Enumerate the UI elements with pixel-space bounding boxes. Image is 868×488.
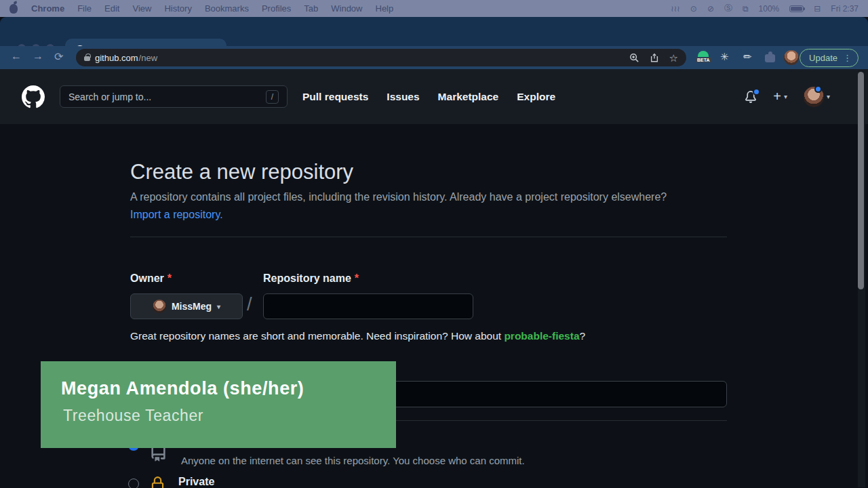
nav-explore[interactable]: Explore — [517, 91, 555, 103]
macos-menubar: Chrome File Edit View History Bookmarks … — [0, 0, 868, 17]
helper-suffix: ? — [580, 330, 586, 342]
intro-text: A repository contains all project files,… — [130, 191, 667, 203]
notification-dot — [753, 88, 760, 96]
import-repository-link[interactable]: Import a repository. — [130, 209, 223, 220]
repository-name-input[interactable] — [263, 293, 473, 319]
forward-button[interactable]: → — [33, 50, 43, 62]
search-shortcut-badge: / — [266, 90, 279, 104]
owner-label-text: Owner — [130, 272, 164, 284]
repo-name-helper: Great repository names are short and mem… — [130, 330, 585, 342]
menu-help[interactable]: Help — [376, 3, 394, 14]
required-marker: * — [355, 272, 359, 284]
screen-record-icon[interactable]: ≀≀≀ — [671, 4, 680, 14]
battery-percent: 100% — [759, 4, 780, 14]
suggested-repo-name[interactable]: probable-fiesta — [504, 330, 579, 342]
menu-profiles[interactable]: Profiles — [262, 3, 291, 14]
menu-bookmarks[interactable]: Bookmarks — [205, 3, 249, 14]
menubar-status-area: ≀≀≀ ⊙ ⊘ Ⓢ ⧉ 100% ⊟ Fri 2:37 — [671, 3, 859, 14]
create-new-dropdown[interactable]: + ▾ — [773, 89, 787, 104]
url-host: github.com — [95, 53, 138, 63]
caret-down-icon: ▾ — [784, 93, 787, 100]
owner-dropdown-button[interactable]: MissMeg ▾ — [130, 293, 243, 319]
notifications-bell-icon[interactable] — [745, 91, 757, 103]
page-intro: A repository contains all project files,… — [130, 188, 692, 224]
menubar-clock[interactable]: Fri 2:37 — [831, 4, 859, 14]
display-icon[interactable]: ⊟ — [814, 4, 821, 14]
public-description: Anyone on the internet can see this repo… — [181, 455, 525, 466]
private-radio[interactable] — [128, 479, 139, 488]
apple-menu-icon[interactable] — [9, 4, 18, 14]
presenter-name: Megan Amendola (she/her) — [61, 378, 304, 399]
github-search-input[interactable]: Search or jump to... / — [60, 85, 288, 108]
nav-marketplace[interactable]: Marketplace — [438, 91, 499, 103]
share-icon[interactable] — [650, 53, 659, 63]
menu-history[interactable]: History — [164, 3, 191, 14]
repo-label-text: Repository name — [263, 272, 351, 284]
search-placeholder: Search or jump to... — [68, 92, 151, 102]
mission-control-icon[interactable]: ⧉ — [743, 4, 749, 14]
owner-repo-separator: / — [247, 294, 252, 315]
browser-profile-avatar[interactable] — [784, 49, 799, 65]
required-marker: * — [167, 272, 172, 284]
menubar-items: Chrome File Edit View History Bookmarks … — [31, 3, 393, 14]
menu-chrome[interactable]: Chrome — [31, 3, 64, 14]
github-logo-icon[interactable] — [22, 85, 45, 108]
nav-pull-requests[interactable]: Pull requests — [302, 91, 368, 103]
owner-label: Owner* — [130, 272, 172, 285]
addressbar-actions: ☆ — [629, 53, 678, 63]
presenter-role: Treehouse Teacher — [63, 407, 203, 425]
extensions-puzzle-icon[interactable] — [765, 49, 775, 62]
beta-badge: BETA — [696, 58, 711, 62]
github-nav: Pull requests Issues Marketplace Explore — [302, 91, 555, 103]
back-button[interactable]: ← — [11, 50, 22, 62]
profile-menu[interactable]: ▾ — [804, 87, 830, 107]
plus-icon: + — [773, 89, 781, 104]
address-bar[interactable]: github.com/new ☆ — [76, 49, 686, 66]
bookmark-star-icon[interactable]: ☆ — [669, 53, 678, 63]
status-badge-icon[interactable]: Ⓢ — [724, 3, 732, 14]
private-label: Private — [178, 476, 214, 488]
owner-name: MissMeg — [172, 301, 212, 312]
reload-button[interactable]: ⟳ — [54, 50, 63, 63]
repository-name-label: Repository name* — [263, 272, 359, 285]
caret-down-icon: ▾ — [827, 93, 830, 100]
nav-issues[interactable]: Issues — [387, 91, 419, 103]
battery-icon — [789, 5, 804, 12]
camera-icon[interactable]: ⊙ — [690, 4, 697, 14]
github-header-actions: + ▾ ▾ — [745, 87, 830, 107]
page-scrollbar-thumb[interactable] — [858, 72, 864, 289]
owner-avatar — [153, 300, 166, 313]
extension-gear-icon[interactable]: ✳ — [720, 49, 729, 63]
do-not-disturb-icon[interactable]: ⊘ — [707, 4, 714, 14]
menu-tab[interactable]: Tab — [304, 3, 318, 14]
presenter-lower-third: Megan Amendola (she/her) Treehouse Teach… — [41, 361, 396, 448]
menu-file[interactable]: File — [77, 3, 92, 14]
caret-down-icon: ▾ — [217, 303, 220, 310]
menu-edit[interactable]: Edit — [104, 3, 119, 14]
page-title: Create a new repository — [130, 160, 353, 184]
extension-beta-icon[interactable]: BETA — [696, 49, 711, 62]
url-path: /new — [139, 53, 157, 63]
lock-icon — [150, 476, 165, 488]
menu-view[interactable]: View — [132, 3, 151, 14]
divider — [130, 237, 727, 237]
chrome-tabstrip: Create a New Repository × + ⌄ — [0, 17, 868, 46]
zoom-icon[interactable] — [629, 53, 639, 63]
helper-prefix: Great repository names are short and mem… — [130, 330, 504, 342]
extension-pen-icon[interactable]: ✏ — [743, 49, 752, 63]
chrome-menu-dots-icon[interactable]: ⋮ — [843, 53, 852, 63]
chrome-update-button[interactable]: Update ⋮ — [800, 49, 859, 67]
ssl-lock-icon[interactable] — [84, 56, 90, 61]
github-header: Search or jump to... / Pull requests Iss… — [0, 69, 868, 124]
avatar-notification-dot — [814, 85, 822, 93]
menu-window[interactable]: Window — [331, 3, 362, 14]
update-label: Update — [809, 53, 837, 63]
